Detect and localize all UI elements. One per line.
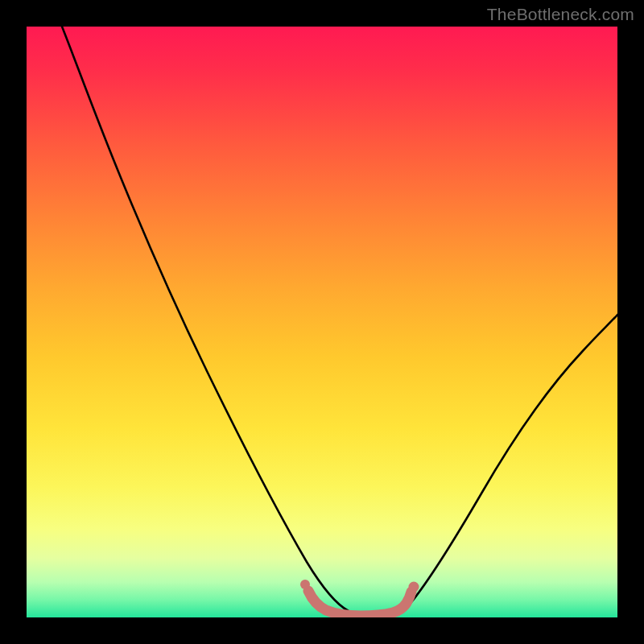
- marker-dot-right: [409, 582, 419, 592]
- marker-dot-left: [300, 580, 310, 589]
- curve-layer: [27, 27, 617, 617]
- plot-area: [27, 27, 617, 617]
- chart-frame: TheBottleneck.com: [0, 0, 644, 644]
- watermark-text: TheBottleneck.com: [487, 5, 634, 24]
- bottom-marker-strip: [308, 591, 411, 616]
- bottleneck-curve: [62, 27, 617, 615]
